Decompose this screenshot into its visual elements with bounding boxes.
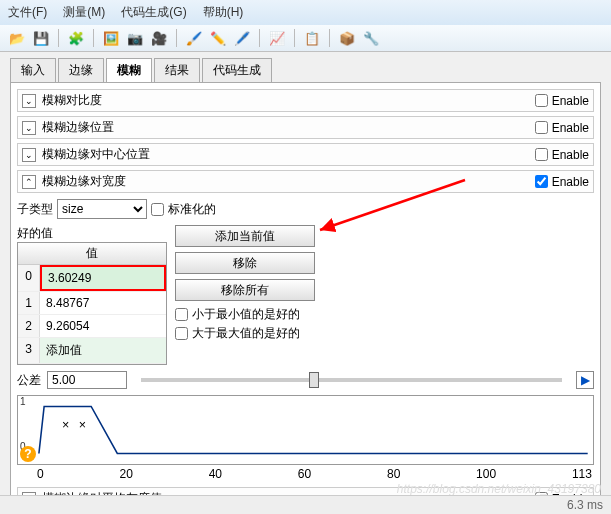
table-row-add[interactable]: 3 添加值	[18, 338, 166, 364]
right-col: 添加当前值 移除 移除所有 小于最小值的是好的 大于最大值的是好的	[175, 225, 594, 365]
separator	[58, 29, 59, 47]
slider-thumb[interactable]	[309, 372, 319, 388]
save-icon[interactable]: 💾	[32, 29, 50, 47]
tolerance-slider[interactable]	[141, 378, 562, 382]
add-current-button[interactable]: 添加当前值	[175, 225, 315, 247]
subtype-label: 子类型	[17, 201, 53, 218]
brush-icon[interactable]: 🖌️	[185, 29, 203, 47]
value-table: 值 0 3.60249 1 8.48767 2 9.26054 3	[17, 242, 167, 365]
table-header: 值	[18, 243, 166, 265]
subtype-row: 子类型 size 标准化的	[17, 199, 594, 219]
subtype-select[interactable]: size	[57, 199, 147, 219]
table-row[interactable]: 0 3.60249	[18, 265, 166, 292]
open-icon[interactable]: 📂	[8, 29, 26, 47]
tab-result[interactable]: 结果	[154, 58, 200, 82]
pen-icon[interactable]: 🖊️	[233, 29, 251, 47]
tab-blur[interactable]: 模糊	[106, 58, 152, 82]
row-index: 3	[18, 338, 40, 363]
status-time: 6.3 ms	[567, 498, 603, 512]
row-value: 3.60249	[40, 265, 166, 291]
left-col: 好的值 值 0 3.60249 1 8.48767 2 9.26054	[17, 225, 167, 365]
row-label: 模糊边缘位置	[42, 119, 535, 136]
menu-help[interactable]: 帮助(H)	[203, 4, 244, 21]
row-edge-pos: ⌄ 模糊边缘位置 Enable	[17, 116, 594, 139]
tab-panel: ⌄ 模糊对比度 Enable ⌄ 模糊边缘位置 Enable ⌄ 模糊边缘对中心…	[10, 83, 601, 514]
svg-text:×: ×	[79, 418, 86, 432]
chart-icon[interactable]: 📈	[268, 29, 286, 47]
expand-icon[interactable]: ⌄	[22, 148, 36, 162]
table-row[interactable]: 1 8.48767	[18, 292, 166, 315]
separator	[176, 29, 177, 47]
package-icon[interactable]: 📦	[338, 29, 356, 47]
separator	[93, 29, 94, 47]
separator	[259, 29, 260, 47]
video-icon[interactable]: 🎥	[150, 29, 168, 47]
menu-file[interactable]: 文件(F)	[8, 4, 47, 21]
status-bar: 6.3 ms	[0, 495, 611, 514]
expand-icon[interactable]: ⌄	[22, 121, 36, 135]
enable-check[interactable]: Enable	[535, 175, 589, 189]
row-label: 模糊边缘对中心位置	[42, 146, 535, 163]
goodval-label: 好的值	[17, 225, 53, 242]
main-panel: 输入 边缘 模糊 结果 代码生成 ⌄ 模糊对比度 Enable ⌄ 模糊边缘位置…	[0, 52, 611, 514]
tab-input[interactable]: 输入	[10, 58, 56, 82]
row-value: 8.48767	[40, 292, 166, 314]
table-row[interactable]: 2 9.26054	[18, 315, 166, 338]
body-split: 好的值 值 0 3.60249 1 8.48767 2 9.26054	[17, 225, 594, 365]
std-check[interactable]: 标准化的	[151, 201, 216, 218]
gt-check[interactable]: 大于最大值的是好的	[175, 325, 594, 342]
remove-button[interactable]: 移除	[175, 252, 315, 274]
tab-bar: 输入 边缘 模糊 结果 代码生成	[10, 58, 601, 83]
row-index: 0	[18, 265, 40, 291]
row-label: 模糊边缘对宽度	[42, 173, 535, 190]
edit-icon[interactable]: ✏️	[209, 29, 227, 47]
row-value: 9.26054	[40, 315, 166, 337]
enable-check[interactable]: Enable	[535, 148, 589, 162]
menu-bar: 文件(F) 测量(M) 代码生成(G) 帮助(H)	[0, 0, 611, 25]
apply-icon[interactable]: ▶	[576, 371, 594, 389]
tab-edge[interactable]: 边缘	[58, 58, 104, 82]
tolerance-label: 公差	[17, 372, 41, 389]
plot: 1 0 × × ?	[17, 395, 594, 465]
menu-measure[interactable]: 测量(M)	[63, 4, 105, 21]
svg-text:×: ×	[62, 418, 69, 432]
tool-icon-1[interactable]: 🧩	[67, 29, 85, 47]
row-index: 1	[18, 292, 40, 314]
tolerance-row: 公差 ▶	[17, 371, 594, 389]
row-index: 2	[18, 315, 40, 337]
removeall-button[interactable]: 移除所有	[175, 279, 315, 301]
separator	[294, 29, 295, 47]
list-icon[interactable]: 📋	[303, 29, 321, 47]
row-contrast: ⌄ 模糊对比度 Enable	[17, 89, 594, 112]
row-center-pos: ⌄ 模糊边缘对中心位置 Enable	[17, 143, 594, 166]
left-header: 好的值	[17, 225, 167, 242]
row-value: 添加值	[40, 338, 166, 363]
menu-codegen[interactable]: 代码生成(G)	[121, 4, 186, 21]
image-icon[interactable]: 🖼️	[102, 29, 120, 47]
collapse-icon[interactable]: ⌃	[22, 175, 36, 189]
camera-icon[interactable]: 📷	[126, 29, 144, 47]
export-icon[interactable]: 🔧	[362, 29, 380, 47]
enable-check[interactable]: Enable	[535, 121, 589, 135]
watermark: https://blog.csdn.net/weixin_43197380	[397, 482, 601, 496]
lt-check[interactable]: 小于最小值的是好的	[175, 306, 594, 323]
toolbar: 📂 💾 🧩 🖼️ 📷 🎥 🖌️ ✏️ 🖊️ 📈 📋 📦 🔧	[0, 25, 611, 52]
row-width: ⌃ 模糊边缘对宽度 Enable	[17, 170, 594, 193]
separator	[329, 29, 330, 47]
tolerance-input[interactable]	[47, 371, 127, 389]
plot-svg: × ×	[18, 396, 593, 469]
enable-check[interactable]: Enable	[535, 94, 589, 108]
help-icon[interactable]: ?	[20, 446, 36, 462]
row-label: 模糊对比度	[42, 92, 535, 109]
expand-icon[interactable]: ⌄	[22, 94, 36, 108]
tab-code[interactable]: 代码生成	[202, 58, 272, 82]
